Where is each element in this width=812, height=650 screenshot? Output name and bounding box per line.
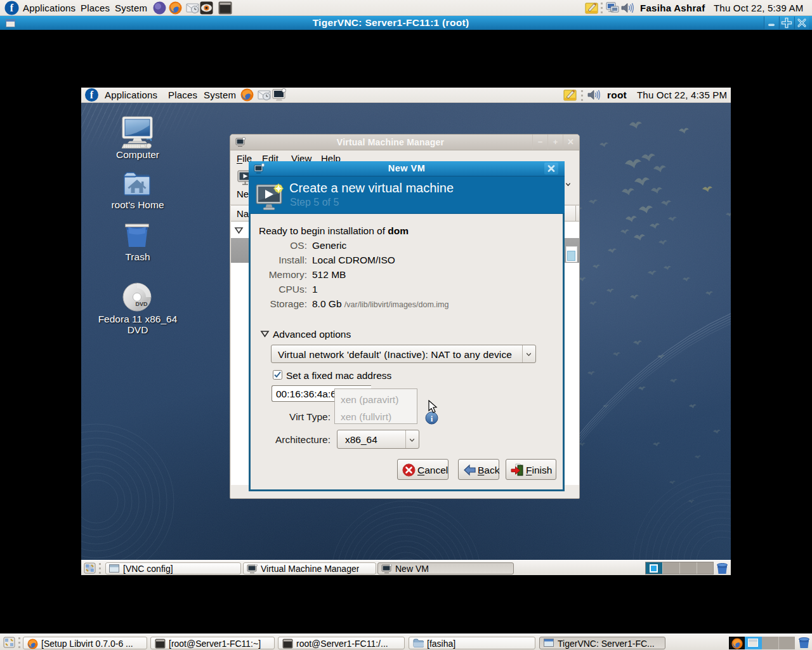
svg-text:DVD: DVD xyxy=(135,301,148,307)
svg-text:f: f xyxy=(90,90,94,100)
svg-text:f: f xyxy=(10,3,14,13)
